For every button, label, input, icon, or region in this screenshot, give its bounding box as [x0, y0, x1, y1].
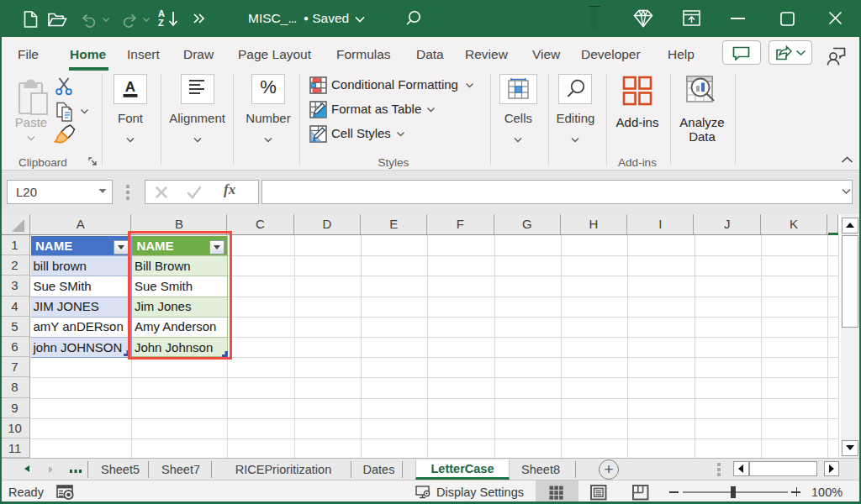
svg-text:A: A	[125, 79, 135, 95]
